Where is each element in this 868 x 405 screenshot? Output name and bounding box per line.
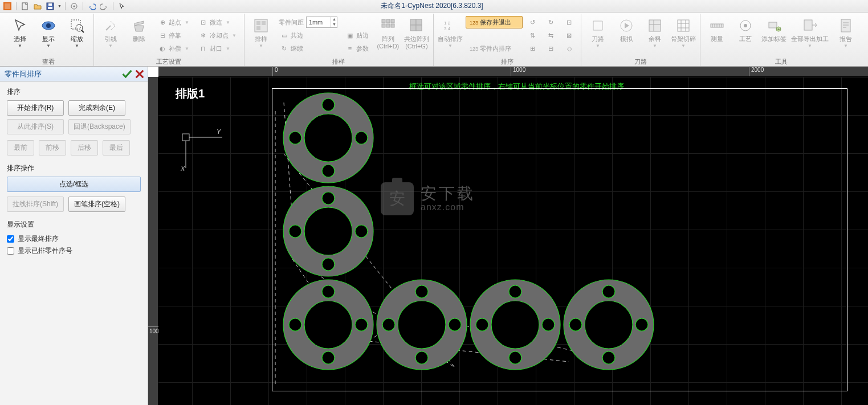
fit-edge-button: ▣贴边 (342, 29, 373, 42)
svg-rect-37 (769, 22, 777, 28)
svg-rect-16 (256, 26, 260, 30)
tech-button: 工艺 (732, 16, 759, 57)
part-flange[interactable] (469, 279, 561, 371)
inner-sort-button: 123零件内排序 (466, 42, 523, 55)
section-display: 显示设置 (7, 220, 141, 230)
cooling-button: ❄冷却点▼ (195, 29, 241, 42)
array-button: 阵列(Ctrl+D) (375, 16, 401, 57)
svg-rect-2 (22, 3, 27, 10)
simulate-button: 模拟 (613, 16, 639, 57)
next-button: 后移 (71, 140, 98, 156)
svg-rect-26 (416, 25, 422, 31)
svg-line-12 (81, 30, 84, 32)
section-ops: 排序操作 (7, 163, 141, 173)
confirm-icon[interactable] (121, 68, 133, 80)
svg-rect-23 (410, 19, 416, 25)
show-final-checkbox[interactable]: 显示最终排序 (7, 233, 141, 245)
save-exit-button[interactable]: 123保存并退出 (466, 16, 523, 28)
ribbon: 选择▼ 显示▼ 缩放▼ 查看 引线▼ 删除 ⊕起点▼ (0, 13, 868, 67)
svg-rect-40 (804, 20, 812, 30)
report-button: 报告▼ (833, 16, 859, 57)
app-icon[interactable] (2, 1, 13, 11)
show-ids-checkbox[interactable]: 显示已排零件序号 (7, 245, 141, 257)
part-flange[interactable] (376, 279, 468, 371)
group-tool: 测量 工艺 +添加标签 全部导出加工▼ 报告▼ 工具 (700, 14, 862, 66)
svg-point-36 (744, 24, 747, 27)
svg-rect-19 (391, 19, 394, 23)
svg-rect-15 (262, 21, 266, 25)
panel-title: 零件间排序 (5, 69, 120, 79)
open-file-icon[interactable] (32, 1, 43, 11)
svg-rect-25 (410, 25, 416, 31)
zoom-button[interactable]: 缩放▼ (64, 16, 90, 57)
prev-button: 前移 (39, 140, 66, 156)
from-here-button: 从此排序(S) (7, 119, 64, 134)
nest-aux7: ⊡ (561, 16, 577, 28)
spinner-up-icon[interactable]: ▲ (331, 17, 337, 22)
part-flange[interactable] (282, 279, 374, 371)
group-sort: 排样▼ 零件间距 ▲▼ ▭共边 ↻继续 ▣贴边 ≡参数 阵列(Ctrl+D) (244, 14, 434, 66)
ruler-horizontal: 0 1000 2000 (158, 67, 868, 77)
svg-rect-24 (416, 19, 422, 25)
svg-text:+: + (777, 27, 780, 32)
addtag-button: +添加标签 (761, 16, 787, 57)
select-button[interactable]: 选择▼ (7, 16, 33, 57)
new-file-icon[interactable] (20, 1, 30, 11)
svg-text:1 2: 1 2 (444, 21, 451, 26)
save-icon[interactable] (45, 1, 55, 11)
nest-aux9: ◇ (561, 42, 577, 55)
coedge-array-button: 共边阵列(Ctrl+G) (404, 16, 430, 57)
compensate-button: ◐补偿▼ (154, 42, 193, 55)
first-button: 最前 (7, 140, 34, 156)
spinner-down-icon[interactable]: ▼ (331, 22, 337, 27)
line-sort-button: 拉线排序(Shift) (7, 197, 64, 212)
svg-point-7 (73, 5, 75, 7)
part-flange[interactable] (282, 185, 374, 277)
svg-rect-21 (386, 24, 390, 27)
gear-icon[interactable] (69, 1, 79, 11)
auto-sort-button: 1 23 4 自动排序▼ (437, 16, 463, 57)
group-nest: 1 23 4 自动排序▼ 123保存并退出 123零件内排序 ↺ ⇅ ⊞ ↻ ⇆… (434, 14, 581, 66)
nest-aux8: ⊠ (561, 29, 577, 42)
lead-button: 引线▼ (97, 16, 124, 57)
redo-icon[interactable] (99, 1, 109, 11)
cursor-icon[interactable] (117, 1, 127, 11)
quick-access-toolbar: ▼ (0, 1, 127, 11)
nest-aux5: ⇆ (543, 29, 559, 42)
part-flange[interactable] (563, 279, 655, 371)
backspace-button: 回退(Backspace) (68, 119, 131, 134)
svg-rect-22 (391, 24, 394, 27)
side-panel: 零件间排序 排序 开始排序(R) 完成剩余(E) 从此排序(S) 回退(Back… (0, 67, 148, 405)
nest-aux4: ↻ (543, 16, 559, 28)
svg-rect-4 (48, 7, 52, 9)
frame-cut-button: 骨架切碎▼ (670, 16, 696, 57)
undo-icon[interactable] (87, 1, 97, 11)
svg-rect-20 (382, 24, 385, 27)
export-button: 全部导出加工▼ (789, 16, 830, 57)
start-sort-button[interactable]: 开始排序(R) (7, 100, 64, 116)
ruler-vertical: 1000 (148, 77, 158, 405)
nest-aux1: ↺ (525, 16, 541, 28)
nest-aux3: ⊞ (525, 42, 541, 55)
remnant-button: 余料▼ (642, 16, 668, 57)
svg-rect-14 (256, 21, 260, 25)
drawing-canvas[interactable]: 排版1 框选可对该区域零件排序，右键可从当前光标位置的零件开始排序 Y X (158, 77, 868, 405)
group-process: 引线▼ 删除 ⊕起点▼ ⊟停靠 ◐补偿▼ ⊡微连▼ ❄冷却点▼ ⊓封口▼ 工艺设… (94, 14, 244, 66)
sort-button: 排样▼ (248, 16, 274, 57)
canvas-area: 0 1000 2000 1000 排版1 框选可对该区域零件排序，右键可从当前光… (148, 67, 868, 405)
svg-rect-32 (649, 20, 661, 31)
display-button[interactable]: 显示▼ (35, 16, 62, 57)
part-spacing[interactable]: 零件间距 ▲▼ (276, 16, 340, 28)
seal-button: ⊓封口▼ (195, 42, 241, 55)
brush-sort-button[interactable]: 画笔排序(空格) (68, 197, 125, 212)
part-flange[interactable] (282, 92, 374, 184)
pick-select-button[interactable]: 点选/框选 (7, 177, 141, 192)
finish-rest-button[interactable]: 完成剩余(E) (68, 100, 125, 116)
svg-rect-1 (5, 3, 10, 9)
group-view: 选择▼ 显示▼ 缩放▼ 查看 (3, 14, 94, 66)
close-icon[interactable] (134, 68, 145, 80)
microjoint-button: ⊡微连▼ (195, 16, 241, 28)
title-bar: ▼ 未命名1-CypNest 2020[6.3.820.3] (0, 0, 868, 13)
window-title: 未命名1-CypNest 2020[6.3.820.3] (127, 1, 737, 11)
measure-button: 测量 (704, 16, 730, 57)
